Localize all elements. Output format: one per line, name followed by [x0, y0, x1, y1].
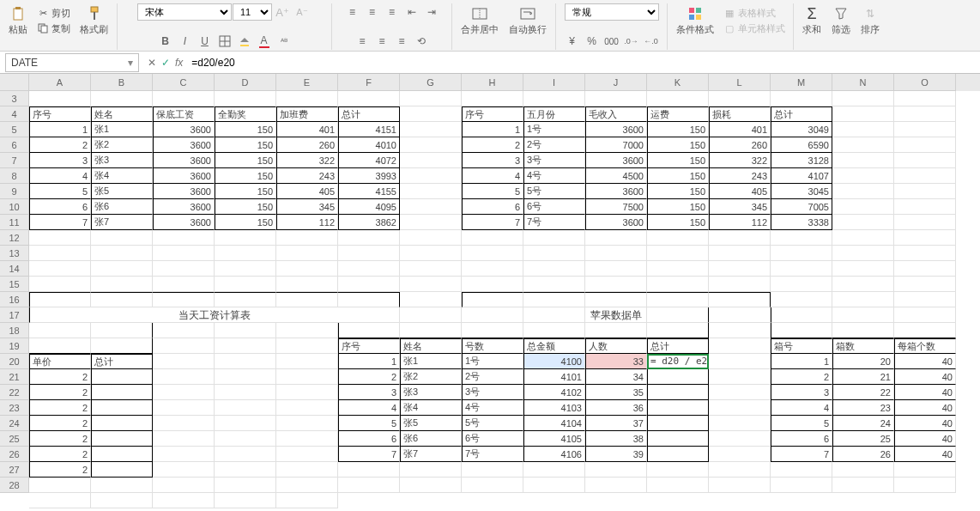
cell[interactable]: 405: [276, 184, 338, 199]
cell[interactable]: [647, 400, 709, 416]
cell[interactable]: 2: [29, 416, 91, 431]
cell[interactable]: [647, 307, 709, 323]
cell[interactable]: [29, 246, 91, 261]
cell[interactable]: [523, 246, 585, 261]
cell[interactable]: 7号: [523, 215, 585, 230]
cell[interactable]: [215, 462, 276, 478]
paste-button[interactable]: 粘贴: [5, 3, 31, 38]
cell[interactable]: 150: [215, 215, 276, 230]
cell[interactable]: [709, 261, 771, 277]
cell[interactable]: [91, 416, 153, 431]
cell[interactable]: 7: [771, 447, 832, 462]
cell[interactable]: [153, 447, 215, 462]
cell[interactable]: 7: [338, 447, 400, 462]
cell[interactable]: [647, 91, 709, 106]
cell[interactable]: 150: [215, 122, 276, 137]
cell[interactable]: [462, 307, 523, 323]
row-header[interactable]: 12: [0, 230, 29, 246]
cell[interactable]: [91, 261, 153, 277]
cell[interactable]: 4: [29, 168, 91, 184]
cell[interactable]: 张4: [400, 400, 462, 416]
row-header[interactable]: 4: [0, 106, 29, 122]
cell[interactable]: [832, 106, 894, 122]
cell[interactable]: 3号: [462, 385, 523, 400]
row-header[interactable]: 6: [0, 137, 29, 153]
cell[interactable]: [523, 323, 585, 338]
cell[interactable]: [338, 261, 400, 277]
cell[interactable]: 24: [832, 416, 894, 431]
row-header[interactable]: 20: [0, 354, 29, 369]
cell[interactable]: [215, 277, 276, 292]
cell[interactable]: 张4: [91, 168, 153, 184]
cell[interactable]: 箱数: [832, 338, 894, 354]
cell[interactable]: [91, 338, 153, 354]
cell[interactable]: 36: [585, 400, 647, 416]
row-header[interactable]: 15: [0, 277, 29, 292]
cell[interactable]: 4号: [462, 400, 523, 416]
cell[interactable]: [29, 478, 91, 493]
cell[interactable]: [709, 338, 771, 354]
cell[interactable]: 150: [215, 199, 276, 215]
cell[interactable]: 全勤奖: [215, 106, 276, 122]
cell[interactable]: [523, 478, 585, 493]
cell[interactable]: 25: [832, 431, 894, 447]
cell[interactable]: [215, 385, 276, 400]
cell[interactable]: 3600: [585, 184, 647, 199]
cell[interactable]: [832, 91, 894, 106]
cell[interactable]: [709, 91, 771, 106]
font-color-button[interactable]: A: [255, 33, 274, 50]
cell[interactable]: [832, 246, 894, 261]
cell[interactable]: 40: [894, 369, 956, 385]
cell[interactable]: 3049: [771, 122, 832, 137]
phonetic-button[interactable]: ᴬᴮ: [275, 33, 293, 50]
cell[interactable]: [153, 246, 215, 261]
cell[interactable]: [771, 246, 832, 261]
cell[interactable]: [523, 307, 585, 323]
cell[interactable]: 张5: [400, 416, 462, 431]
cell[interactable]: [894, 307, 956, 323]
cell[interactable]: 3600: [153, 122, 215, 137]
merge-button[interactable]: 合并居中: [457, 3, 502, 38]
row-header[interactable]: 16: [0, 292, 29, 307]
cell[interactable]: [91, 400, 153, 416]
cell[interactable]: [276, 493, 338, 508]
cell[interactable]: [153, 369, 215, 385]
cell[interactable]: 总计: [771, 106, 832, 122]
cell[interactable]: [276, 91, 338, 106]
cancel-icon[interactable]: ✕: [148, 57, 156, 69]
cell[interactable]: [400, 122, 462, 137]
cell[interactable]: [153, 323, 215, 338]
comma-icon[interactable]: 000: [602, 33, 621, 50]
cell[interactable]: 22: [832, 385, 894, 400]
col-header[interactable]: D: [215, 74, 276, 91]
cell[interactable]: 4151: [338, 122, 400, 137]
cell[interactable]: [338, 462, 400, 478]
cell[interactable]: 4101: [523, 369, 585, 385]
row-header[interactable]: 11: [0, 215, 29, 230]
cell[interactable]: [894, 230, 956, 246]
col-header[interactable]: L: [709, 74, 771, 91]
cell[interactable]: 401: [709, 122, 771, 137]
cell[interactable]: 37: [585, 416, 647, 431]
row-header[interactable]: 24: [0, 416, 29, 431]
cell[interactable]: [215, 338, 276, 354]
font-size-select[interactable]: 11: [233, 3, 272, 21]
cell[interactable]: 总计: [338, 106, 400, 122]
cell[interactable]: [276, 447, 338, 462]
cell[interactable]: [832, 137, 894, 153]
cell[interactable]: 23: [832, 400, 894, 416]
cell[interactable]: [894, 277, 956, 292]
cell[interactable]: [832, 215, 894, 230]
cell[interactable]: [771, 292, 832, 307]
cell[interactable]: 3600: [153, 199, 215, 215]
cell[interactable]: [894, 199, 956, 215]
cell[interactable]: [462, 462, 523, 478]
cell[interactable]: 4072: [338, 153, 400, 168]
currency-icon[interactable]: ¥: [563, 33, 582, 50]
cell[interactable]: [276, 431, 338, 447]
row-header[interactable]: 13: [0, 246, 29, 261]
cell[interactable]: [91, 292, 153, 307]
cell[interactable]: 4号: [523, 168, 585, 184]
cell[interactable]: 3338: [771, 215, 832, 230]
cell[interactable]: 243: [276, 168, 338, 184]
